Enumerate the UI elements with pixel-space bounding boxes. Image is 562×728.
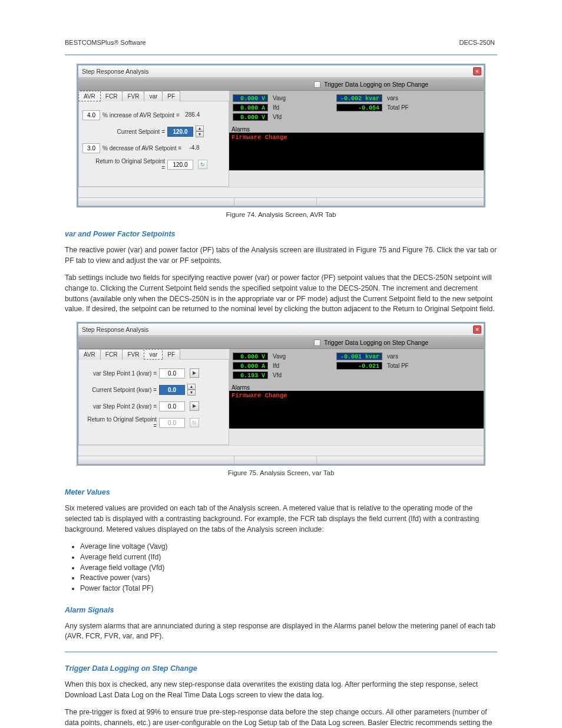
step2-label: var Step Point 2 (kvar) = [91, 403, 159, 410]
meter-vfd-value: 0.000 V [233, 113, 268, 121]
alarms-panel-2: Firmware Change [229, 391, 484, 429]
meter2-vavg-value: 0.000 V [233, 353, 268, 360]
current-label-2: Current Setpoint (kvar) = [91, 387, 159, 393]
app-window-avr: Step Response Analysis × Trigger Data Lo… [77, 64, 485, 207]
trigger-checkbox[interactable] [314, 81, 320, 88]
return-value: 120.0 [167, 160, 193, 170]
meter-panel: 0.000 V Vavg -0.002 kvar vars 0.000 A If… [229, 91, 484, 125]
para-meter: Six metered values are provided on each … [65, 503, 497, 535]
meter2-pf-value: -0.021 [336, 362, 382, 370]
current-setpoint-label: Current Setpoint = [103, 129, 167, 135]
tab2-pf[interactable]: PF [162, 349, 180, 360]
decrease-result: -4.8 [183, 143, 206, 153]
step1-input[interactable]: 0.0 [159, 368, 185, 378]
trigger-label: Trigger Data Logging on Step Change [324, 81, 428, 88]
meter-pf-label: Total PF [387, 104, 415, 111]
return-label-2: Return to Original Setpoint = [82, 416, 159, 429]
tab2-fvr[interactable]: FVR [122, 349, 144, 360]
statusbar [78, 197, 484, 206]
tab-var[interactable]: var [144, 91, 163, 101]
tab2-fcr[interactable]: FCR [100, 349, 123, 360]
para-trigger2: The pre-trigger is fixed at 99% to ensur… [65, 707, 497, 728]
tab-fvr[interactable]: FVR [122, 91, 144, 101]
option-bar-2: Trigger Data Logging on Step Change [78, 336, 484, 349]
meter-pf-value: -0.054 [336, 104, 382, 111]
tab2-avr[interactable]: AVR [78, 349, 101, 360]
alarms-panel: Firmware Change [229, 133, 484, 170]
heading-var-pf: var and Power Factor Setpoints [65, 230, 497, 238]
meter2-ifd-value: 0.000 A [233, 362, 268, 370]
setpoint-increment-button-2[interactable]: ▲ [187, 384, 196, 390]
meter2-ifd-label: Ifd [273, 363, 301, 369]
para-setpoints-1: The reactive power (var) and power facto… [65, 245, 497, 266]
titlebar-2: Step Response Analysis × [78, 324, 484, 336]
window-title-2: Step Response Analysis [82, 326, 148, 333]
meter-panel-2: 0.000 V Vavg -0.001 kvar vars 0.000 A If… [229, 349, 484, 383]
meter2-vfd-label: Vfd [273, 372, 301, 378]
setpoint-decrement-button-2[interactable]: ▼ [187, 390, 196, 396]
step1-label: var Step Point 1 (kvar) = [91, 370, 159, 377]
step2-input[interactable]: 0.0 [159, 401, 185, 411]
return-button-2[interactable]: ↻ [190, 418, 199, 427]
return-value-2: 0.0 [159, 418, 185, 428]
meter2-vars-label: vars [387, 353, 415, 360]
step1-send-button[interactable]: ▶ [190, 368, 199, 378]
return-button[interactable]: ↻ [198, 160, 207, 169]
meter2-pf-label: Total PF [387, 363, 415, 369]
meter-ifd-label: Ifd [273, 104, 301, 111]
close-icon-2[interactable]: × [473, 325, 481, 334]
meter-vfd-label: Vfd [273, 114, 301, 120]
heading-meter-values: Meter Values [65, 488, 497, 496]
tab2-var[interactable]: var [144, 349, 163, 360]
header-rule [65, 54, 497, 55]
heading-alarm-signals: Alarm Signals [65, 606, 497, 614]
para-alarms: Any system alarms that are annunciated d… [65, 621, 497, 642]
option-bar: Trigger Data Logging on Step Change [78, 78, 484, 91]
current-setpoint-value[interactable]: 120.0 [167, 127, 193, 137]
app-window-var: Step Response Analysis × Trigger Data Lo… [77, 322, 485, 466]
header-left: BESTCOMSPlus® Software [65, 39, 146, 46]
para-setpoints-2: Tab settings include two fields for spec… [65, 273, 497, 315]
bullet-vfd: Average field voltage (Vfd) [80, 563, 497, 574]
tab-row: AVR FCR FVR var PF [78, 91, 229, 101]
titlebar: Step Response Analysis × [78, 65, 484, 78]
step2-send-button[interactable]: ▶ [190, 401, 199, 411]
decrease-percent-input[interactable]: 3.0 [82, 143, 100, 153]
alarms-title: Alarms [229, 125, 484, 133]
return-label: Return to Original Setpoint = [91, 158, 167, 171]
tab-pf[interactable]: PF [162, 91, 180, 101]
bullet-vars: Reactive power (vars) [80, 573, 497, 584]
heading-trigger: Trigger Data Logging on Step Change [65, 664, 497, 673]
meter-vavg-value: 0.000 V [233, 94, 268, 102]
meter-ifd-value: 0.000 A [233, 104, 268, 111]
bullet-ifd: Average field current (Ifd) [80, 552, 497, 563]
meter-vars-label: vars [387, 95, 415, 101]
tab-avr[interactable]: AVR [78, 91, 101, 101]
tab-row-2: AVR FCR FVR var PF [78, 349, 229, 360]
figure-caption-74: Figure 74. Analysis Screen, AVR Tab [65, 211, 497, 218]
meter-vars-value: -0.002 kvar [336, 94, 382, 102]
increase-percent-input[interactable]: 4.0 [82, 110, 100, 120]
para-trigger1: When this box is checked, any new step-r… [65, 680, 497, 700]
figure-caption-75: Figure 75. Analysis Screen, var Tab [65, 469, 497, 476]
header-right: DECS-250N [459, 39, 495, 46]
alarm-text: Firmware Change [232, 134, 481, 141]
setpoint-decrement-button[interactable]: ▼ [196, 131, 204, 137]
meter-vavg-label: Vavg [273, 95, 301, 101]
meter2-vavg-label: Vavg [273, 353, 301, 360]
current-value-2[interactable]: 0.0 [159, 385, 185, 395]
close-icon[interactable]: × [473, 67, 481, 75]
alarm-text-2: Firmware Change [232, 392, 481, 399]
statusbar-2 [78, 456, 484, 464]
increase-label: % increase of AVR Setpoint = [103, 112, 181, 118]
bullet-pf: Power factor (Total PF) [80, 584, 497, 594]
trigger-checkbox-2[interactable] [314, 340, 320, 346]
window-title: Step Response Analysis [82, 68, 148, 75]
alarms-title-2: Alarms [229, 383, 484, 391]
meter2-vars-value: -0.001 kvar [336, 353, 382, 360]
increase-result: 286.4 [181, 110, 204, 120]
setpoint-increment-button[interactable]: ▲ [196, 126, 204, 131]
decrease-label: % decrease of AVR Setpoint = [103, 145, 183, 151]
mid-rule [65, 651, 497, 653]
tab-fcr[interactable]: FCR [100, 91, 123, 101]
